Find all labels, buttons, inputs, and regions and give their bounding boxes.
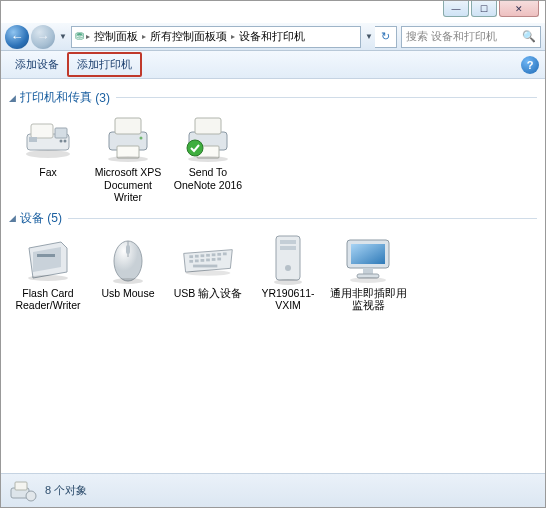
status-devices-icon (9, 478, 37, 504)
device-item-fax[interactable]: Fax (9, 110, 87, 204)
mouse-icon (100, 231, 156, 287)
status-bar: 8 个对象 (1, 473, 545, 507)
group-count: (3) (95, 91, 110, 105)
group-header-devices[interactable]: ◢ 设备 (5) (9, 210, 537, 227)
device-item-onenote[interactable]: Send To OneNote 2016 (169, 110, 247, 204)
collapse-icon: ◢ (9, 213, 16, 223)
search-input[interactable]: 搜索 设备和打印机 🔍 (401, 26, 541, 48)
back-button[interactable]: ← (5, 25, 29, 49)
toolbar: 添加设备 添加打印机 ? (1, 51, 545, 79)
item-label: Flash Card Reader/Writer (9, 287, 87, 312)
item-label: 通用非即插即用监视器 (329, 287, 407, 312)
refresh-button[interactable]: ↻ (375, 26, 397, 48)
svg-point-42 (274, 279, 302, 285)
svg-rect-27 (212, 253, 216, 256)
svg-rect-40 (280, 246, 296, 250)
svg-point-6 (64, 140, 67, 143)
svg-point-3 (26, 150, 70, 158)
devices-grid: Flash Card Reader/Writer Usb Mouse (9, 231, 537, 312)
forward-button[interactable]: → (31, 25, 55, 49)
device-item-usb-mouse[interactable]: Usb Mouse (89, 231, 167, 312)
svg-rect-46 (363, 268, 373, 274)
svg-rect-2 (55, 128, 67, 138)
item-label: Microsoft XPS Document Writer (89, 166, 167, 204)
svg-rect-21 (126, 245, 130, 254)
svg-rect-35 (217, 257, 221, 260)
breadcrumb-segment[interactable]: 所有控制面板项 (148, 29, 229, 44)
device-item-monitor[interactable]: 通用非即插即用监视器 (329, 231, 407, 312)
svg-rect-39 (280, 240, 296, 244)
group-title: 打印机和传真 (20, 89, 92, 106)
svg-point-10 (108, 156, 148, 162)
item-label: YR190611-VXIM (249, 287, 327, 312)
device-item-usb-input[interactable]: USB 输入设备 (169, 231, 247, 312)
item-label: Fax (39, 166, 57, 179)
svg-point-41 (285, 265, 291, 271)
search-icon: 🔍 (522, 30, 536, 43)
add-device-button[interactable]: 添加设备 (7, 54, 67, 75)
add-printer-button[interactable]: 添加打印机 (67, 52, 142, 77)
device-item-computer[interactable]: YR190611-VXIM (249, 231, 327, 312)
address-bar: ← → ▼ ⛃ ▸ 控制面板 ▸ 所有控制面板项 ▸ 设备和打印机 ▼ ↻ 搜索… (1, 23, 545, 51)
svg-rect-32 (201, 259, 205, 262)
svg-rect-34 (212, 258, 216, 261)
content-area: ◢ 打印机和传真 (3) Fax (1, 79, 545, 473)
breadcrumb-arrow-icon: ▸ (86, 32, 90, 41)
breadcrumb-segment[interactable]: 控制面板 (92, 29, 140, 44)
device-item-card-reader[interactable]: Flash Card Reader/Writer (9, 231, 87, 312)
svg-rect-36 (193, 264, 217, 267)
svg-rect-17 (37, 254, 55, 257)
printer-default-icon (180, 110, 236, 166)
svg-point-11 (140, 137, 143, 140)
svg-rect-29 (223, 252, 227, 255)
svg-point-16 (187, 140, 203, 156)
svg-point-15 (188, 156, 228, 162)
keyboard-icon (180, 231, 236, 287)
maximize-button[interactable]: ☐ (471, 1, 497, 17)
svg-point-48 (350, 277, 386, 283)
item-label: USB 输入设备 (174, 287, 243, 300)
computer-tower-icon (260, 231, 316, 287)
svg-rect-25 (201, 254, 205, 257)
collapse-icon: ◢ (9, 93, 16, 103)
breadcrumb-segment[interactable]: 设备和打印机 (237, 29, 307, 44)
breadcrumb-arrow-icon: ▸ (142, 32, 146, 41)
location-root-icon: ⛃ (75, 30, 84, 43)
printer-icon (100, 110, 156, 166)
svg-rect-30 (189, 260, 193, 263)
svg-point-18 (28, 275, 68, 281)
svg-point-37 (186, 270, 231, 276)
svg-rect-8 (115, 118, 141, 134)
card-reader-icon (20, 231, 76, 287)
svg-rect-31 (195, 259, 199, 262)
fax-icon (20, 110, 76, 166)
status-text: 8 个对象 (45, 483, 87, 498)
monitor-icon (340, 231, 396, 287)
svg-rect-50 (15, 482, 27, 490)
minimize-button[interactable]: — (443, 1, 469, 17)
item-label: Send To OneNote 2016 (169, 166, 247, 191)
svg-rect-1 (31, 124, 53, 138)
svg-rect-23 (189, 255, 193, 258)
svg-point-51 (26, 491, 36, 501)
group-divider (68, 218, 537, 219)
svg-rect-4 (29, 137, 37, 142)
group-header-printers[interactable]: ◢ 打印机和传真 (3) (9, 89, 537, 106)
svg-rect-26 (206, 254, 210, 257)
svg-point-5 (60, 140, 63, 143)
svg-point-22 (113, 278, 143, 284)
group-title: 设备 (20, 210, 44, 227)
svg-rect-28 (217, 253, 221, 256)
close-button[interactable]: ✕ (499, 1, 539, 17)
breadcrumb-arrow-icon: ▸ (231, 32, 235, 41)
history-dropdown-icon[interactable]: ▼ (57, 32, 69, 41)
group-count: (5) (47, 211, 62, 225)
help-button[interactable]: ? (521, 56, 539, 74)
svg-rect-45 (351, 244, 385, 264)
printers-grid: Fax Microsoft XPS Document Writer (9, 110, 537, 204)
device-item-xps-writer[interactable]: Microsoft XPS Document Writer (89, 110, 167, 204)
path-dropdown-icon[interactable]: ▼ (363, 32, 375, 41)
window-caption-buttons: — ☐ ✕ (443, 1, 539, 19)
search-placeholder: 搜索 设备和打印机 (406, 29, 497, 44)
breadcrumb[interactable]: ⛃ ▸ 控制面板 ▸ 所有控制面板项 ▸ 设备和打印机 (71, 26, 361, 48)
